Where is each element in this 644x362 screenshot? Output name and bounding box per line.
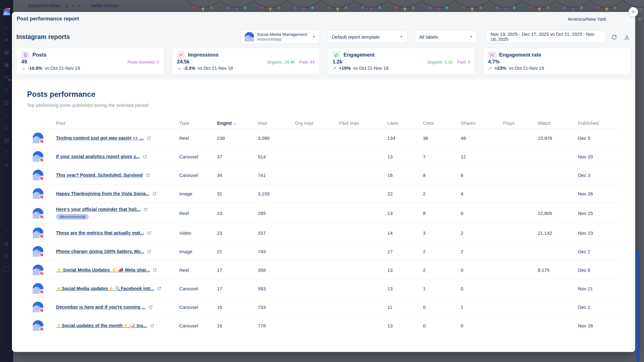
sidebar-item-publish-icon[interactable]: ➤ <box>0 33 13 46</box>
table-row: Here's your official reminder that holi.… <box>27 203 620 223</box>
profile-selector-dropdown[interactable]: Social Media Management Tool vistasocial… <box>241 30 320 44</box>
column-header-paid_impr[interactable]: Paid Impr <box>339 120 387 126</box>
post-link[interactable]: ⚡Social Media updates⚡ 🔍Facebook intr... <box>56 286 154 291</box>
column-header-title[interactable]: Post <box>56 120 179 126</box>
column-header-shares[interactable]: Shares <box>461 120 503 126</box>
cell-comments: 1 <box>423 286 461 291</box>
sidebar-item-media-icon[interactable]: ▣ <box>0 58 13 71</box>
column-header-impr[interactable]: Impr <box>258 120 295 126</box>
column-header-type[interactable]: Type <box>179 120 217 126</box>
sidebar-item-tasks-icon[interactable]: ☑ <box>0 121 13 134</box>
instagram-badge-icon <box>39 327 44 332</box>
comparison-period: vs Oct 21-Nov 18 <box>353 66 388 71</box>
sidebar-item-settings-icon[interactable]: ⚙ <box>0 250 13 262</box>
cell-type: Reel <box>179 135 217 141</box>
sidebar-item-listening-icon[interactable]: ▥ <box>0 96 13 109</box>
post-link[interactable]: Testing content just got way easier 👀 ..… <box>56 135 144 141</box>
external-link-icon[interactable] <box>149 305 153 309</box>
report-controls: Instagram reports Social Media Managemen… <box>12 24 635 48</box>
page-scrollbar[interactable] <box>636 251 640 362</box>
cell-impressions: 778 <box>258 323 295 328</box>
sidebar-item-calendar-icon[interactable]: ▦ <box>0 46 13 58</box>
engagement-rate-metric-card: Engagement rate 4.7% ↗ +23% vs Oct 21-No… <box>483 48 631 74</box>
post-link[interactable]: This year? Posted. Scheduled. Survived <box>56 173 143 178</box>
cell-published: Nov 20 <box>578 154 620 159</box>
instagram-badge-icon <box>39 308 44 313</box>
external-link-icon[interactable] <box>150 324 154 328</box>
report-template-dropdown[interactable]: Default report template ▼ <box>328 30 407 43</box>
close-button[interactable]: ✕ <box>629 7 638 17</box>
download-icon[interactable] <box>623 33 631 41</box>
sidebar-item-help-icon[interactable]: ◔ <box>0 225 13 237</box>
card-title: Engagement <box>344 52 375 58</box>
cell-likes: 11 <box>387 304 423 310</box>
column-header-watch[interactable]: Watch <box>538 120 578 126</box>
instagram-badge-icon <box>39 215 44 219</box>
post-link[interactable]: ⚡Social updates of the month⚡ 📊 Ins... <box>56 323 147 328</box>
sidebar-item-apps-icon[interactable]: ▤ <box>0 134 13 146</box>
sidebar-item-notifications-icon[interactable]: ◍ <box>0 237 13 250</box>
column-header-cmts[interactable]: Cmts <box>423 120 461 126</box>
post-link[interactable]: ⚡ Social Media Updates ⚡ 📣 Meta shar... <box>56 267 150 273</box>
external-link-icon[interactable] <box>143 155 147 159</box>
sidebar-item-inbox-icon[interactable]: ✉ <box>0 71 13 84</box>
external-link-icon[interactable] <box>153 192 157 196</box>
close-icon[interactable]: ✕ <box>638 16 642 22</box>
divider: / <box>86 3 87 8</box>
post-link[interactable]: Phone charger giving 100% battery. My... <box>56 249 144 254</box>
cell-engagement: 21 <box>217 249 258 254</box>
chevron-down-icon: ▾ <box>72 4 74 7</box>
column-header-engmt[interactable]: Engmt↓ <box>217 120 258 126</box>
table-row: Testing content just got way easier 👀 ..… <box>27 129 620 147</box>
external-link-icon[interactable] <box>153 268 157 272</box>
external-link-icon[interactable] <box>147 250 151 254</box>
cell-shares: 2 <box>461 230 503 236</box>
post-link[interactable]: Happy Thanksgiving from the Vista Socia.… <box>56 191 149 196</box>
labels-filter-dropdown[interactable]: All labels ▼ <box>415 30 477 43</box>
post-link[interactable]: These are the metrics that actually mat.… <box>56 230 144 235</box>
cell-shares: 4 <box>461 191 503 196</box>
instagram-badge-icon <box>39 234 44 239</box>
column-header-plays[interactable]: Plays <box>503 120 538 126</box>
profile-avatar <box>33 265 43 275</box>
cell-engagement: 34 <box>217 173 258 178</box>
column-header-org_impr[interactable]: Org Impr <box>295 120 339 126</box>
refresh-icon[interactable] <box>610 33 618 41</box>
post-link[interactable]: Here's your official reminder that holi.… <box>56 207 141 212</box>
external-link-icon[interactable] <box>147 231 151 235</box>
sidebar-item-account-icon[interactable]: ◯ <box>0 262 13 275</box>
external-link-icon[interactable] <box>157 287 161 291</box>
menu-icon[interactable]: ≡ <box>78 3 81 8</box>
date-range-picker[interactable]: Nov 19, 2025 - Dec 17, 2025 vs Oct 21, 2… <box>486 30 606 43</box>
organic-engagement-label: Organic: 1.1k <box>427 60 452 64</box>
external-link-icon[interactable] <box>144 207 148 211</box>
external-link-icon[interactable] <box>147 136 151 140</box>
post-label-tag: alexusonsocial <box>56 214 89 220</box>
sidebar-item-reviews-icon[interactable]: ☆ <box>0 109 13 121</box>
template-dropdown-value: Default report template <box>332 34 380 40</box>
cell-engagement: 37 <box>217 154 258 159</box>
sidebar-item-home-icon[interactable]: ⌂ <box>0 21 13 33</box>
modal-title: Post performance report <box>17 16 79 22</box>
table-row: ⚡ Social Media Updates ⚡ 📣 Meta shar... … <box>27 261 620 279</box>
post-link[interactable]: December is here and If you're running .… <box>56 304 146 310</box>
post-link[interactable]: If your social analytics report gives y.… <box>56 154 140 159</box>
metric-cards: Posts 49 Posts boosted: 0 ↘ -10.9% vs Oc… <box>12 48 635 80</box>
posts-boosted-label: Posts boosted: 0 <box>127 60 159 64</box>
column-header-published[interactable]: Published <box>578 120 620 126</box>
sidebar-item-company-icon[interactable]: ▢ <box>0 146 13 159</box>
sidebar-item-advocacy-icon[interactable]: ✦ <box>0 159 13 172</box>
profile-name: Social Media Management Tool <box>257 32 309 37</box>
cell-comments: 8 <box>423 211 461 216</box>
external-link-icon[interactable] <box>146 173 150 177</box>
cell-published: Dec 1 <box>578 304 620 310</box>
cell-type: Carousel <box>179 154 217 159</box>
paid-impressions-label: Paid: 93 <box>299 60 315 64</box>
table-row: This year? Posted. Scheduled. Survived C… <box>27 166 620 184</box>
document-icon <box>21 51 29 59</box>
column-header-likes[interactable]: Likes <box>387 120 423 126</box>
select-profiles-label[interactable]: Select Profiles <box>28 3 61 8</box>
sidebar-item-connect-icon[interactable]: ⚛ <box>0 84 13 96</box>
table-body: Testing content just got way easier 👀 ..… <box>27 129 620 335</box>
vista-social-logo[interactable] <box>2 7 11 16</box>
